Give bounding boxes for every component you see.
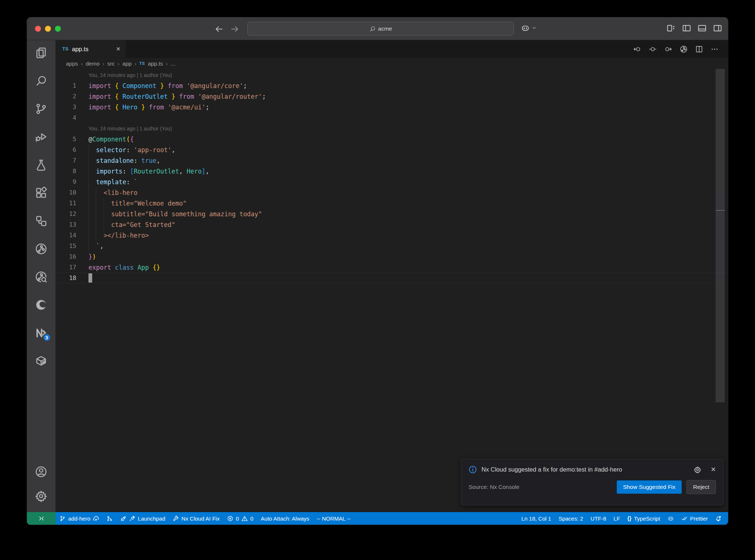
tab-app-ts[interactable]: TS app.ts ✕ (56, 40, 126, 58)
panel-left-icon[interactable] (682, 24, 691, 33)
minimize-window-button[interactable] (45, 26, 51, 32)
status-item-remote-indicator[interactable] (27, 512, 56, 525)
code-line[interactable]: 12 subtitle="Build something amazing tod… (56, 209, 728, 219)
activity-bar-item-testing[interactable] (35, 158, 48, 171)
notification-close-icon[interactable]: ✕ (711, 466, 716, 473)
status-item-auto-attach[interactable]: Auto Attach: Always (257, 512, 313, 525)
code-content[interactable]: `, (88, 241, 104, 251)
activity-bar-item-settings[interactable] (35, 489, 48, 503)
code-line[interactable]: 3import { Hero } from '@acme/ui'; (56, 102, 728, 112)
code-line[interactable]: 9 template: ` (56, 176, 728, 187)
line-number[interactable]: 11 (56, 200, 76, 207)
status-item-eol[interactable]: LF (610, 512, 624, 525)
line-number[interactable]: 6 (56, 146, 76, 153)
code-line[interactable]: 15 `, (56, 241, 728, 251)
activity-bar-item-debug[interactable] (35, 130, 48, 143)
line-number[interactable]: 4 (56, 114, 76, 121)
status-item-formatter[interactable]: Prettier (678, 512, 711, 525)
close-tab-icon[interactable]: ✕ (116, 46, 121, 52)
activity-bar-item-source-control[interactable] (35, 102, 48, 115)
code-content[interactable]: template: ` (88, 176, 138, 187)
line-number[interactable]: 12 (56, 210, 76, 217)
code-content[interactable]: @Component({ (88, 134, 134, 144)
code-content[interactable]: subtitle="Build something amazing today" (88, 209, 262, 219)
activity-bar-item-nx-graph[interactable] (35, 242, 48, 255)
activity-bar-item-hierarchy[interactable] (35, 214, 48, 227)
line-number[interactable]: 8 (56, 168, 76, 175)
code-content[interactable]: <lib-hero (88, 187, 138, 198)
line-number[interactable]: 7 (56, 157, 76, 164)
code-line[interactable]: 6 selector: 'app-root', (56, 144, 728, 155)
zoom-window-button[interactable] (55, 26, 61, 32)
code-line[interactable]: 11 title="Welcmoe demo" (56, 198, 728, 209)
code-line[interactable]: 10 <lib-hero (56, 187, 728, 198)
code-content[interactable]: selector: 'app-root', (88, 144, 175, 155)
code-line[interactable]: 1import { Component } from '@angular/cor… (56, 80, 728, 91)
breadcrumb-item[interactable]: app.ts (148, 60, 163, 67)
code-line[interactable]: 2import { RouterOutlet } from '@angular/… (56, 91, 728, 102)
status-item-encoding[interactable]: UTF-8 (587, 512, 610, 525)
code-content[interactable]: import { Hero } from '@acme/ui'; (88, 102, 209, 112)
code-content[interactable]: standalone: true, (88, 155, 160, 166)
status-item-problems[interactable]: 00 (223, 512, 257, 525)
code-content[interactable]: export class App {} (88, 262, 160, 273)
breadcrumb-item[interactable]: src (107, 60, 115, 67)
activity-bar-item-files[interactable] (35, 46, 48, 59)
line-number[interactable]: 17 (56, 264, 76, 271)
activity-bar-item-account[interactable] (35, 465, 48, 478)
breadcrumb-item[interactable]: demo (86, 60, 100, 67)
code-line[interactable]: 4 (56, 112, 728, 123)
line-number[interactable]: 5 (56, 136, 76, 143)
close-window-button[interactable] (35, 26, 41, 32)
line-number[interactable]: 14 (56, 232, 76, 239)
line-number[interactable]: 13 (56, 221, 76, 228)
nx-graph-icon[interactable] (680, 45, 688, 53)
breadcrumb-item[interactable]: ... (171, 60, 175, 67)
activity-bar-item-nx-tasks[interactable] (35, 270, 48, 283)
nav-forward-circle-icon[interactable] (664, 45, 672, 53)
code-content[interactable]: ></lib-hero> (88, 230, 149, 241)
line-number[interactable]: 1 (56, 82, 76, 89)
activity-bar-item-container[interactable] (35, 354, 48, 367)
line-number[interactable]: 10 (56, 189, 76, 196)
status-item-indentation[interactable]: Spaces: 2 (555, 512, 587, 525)
code-content[interactable]: cta="Get Started" (88, 219, 175, 230)
status-item-notifications-bell[interactable] (711, 512, 725, 525)
panel-bottom-icon[interactable] (697, 24, 707, 33)
line-number[interactable]: 2 (56, 93, 76, 100)
line-number[interactable]: 16 (56, 253, 76, 260)
line-number[interactable]: 18 (56, 274, 76, 281)
command-center-search[interactable]: acme (247, 22, 514, 36)
code-content[interactable]: import { RouterOutlet } from '@angular/r… (88, 91, 266, 102)
panel-right-icon[interactable] (713, 24, 722, 33)
status-item-git-branch[interactable]: add-hero (56, 512, 103, 525)
activity-bar-item-extensions[interactable] (35, 186, 48, 199)
status-item-git-graph[interactable] (103, 512, 116, 525)
status-item-launchpad[interactable]: Launchpad (116, 512, 169, 525)
line-number[interactable]: 9 (56, 178, 76, 185)
status-item-nx-cloud-ai-fix[interactable]: Nx Cloud AI Fix (169, 512, 223, 525)
code-line[interactable]: 13 cta="Get Started" (56, 219, 728, 230)
status-item-copilot-status[interactable] (664, 512, 678, 525)
code-content[interactable]: title="Welcmoe demo" (88, 198, 187, 209)
code-content[interactable]: imports: [RouterOutlet, Hero], (88, 166, 209, 176)
code-line[interactable]: 17export class App {} (56, 262, 728, 273)
nav-circle-icon[interactable] (649, 45, 657, 53)
show-suggested-fix-button[interactable]: Show Suggested Fix (617, 480, 682, 494)
code-line[interactable]: 7 standalone: true, (56, 155, 728, 166)
activity-bar-item-search[interactable] (35, 74, 48, 87)
status-item-vim-mode[interactable]: -- NORMAL -- (313, 512, 354, 525)
arrow-right-icon[interactable] (230, 24, 240, 34)
code-line[interactable]: 5@Component({ (56, 134, 728, 144)
arrow-left-icon[interactable] (214, 24, 224, 34)
breadcrumb-item[interactable]: app (122, 60, 132, 67)
code-line[interactable]: 18 (56, 273, 728, 283)
activity-bar-item-nx-console[interactable]: 3 (35, 326, 48, 339)
copilot-menu[interactable] (521, 24, 537, 32)
editor-scrollbar[interactable] (716, 69, 725, 402)
code-content[interactable]: import { Component } from '@angular/core… (88, 80, 247, 91)
customize-layout-icon[interactable] (667, 24, 676, 33)
breadcrumb-item[interactable]: apps (66, 60, 78, 67)
code-content[interactable]: }) (88, 251, 96, 262)
status-item-language-mode[interactable]: {}TypeScript (624, 512, 664, 525)
